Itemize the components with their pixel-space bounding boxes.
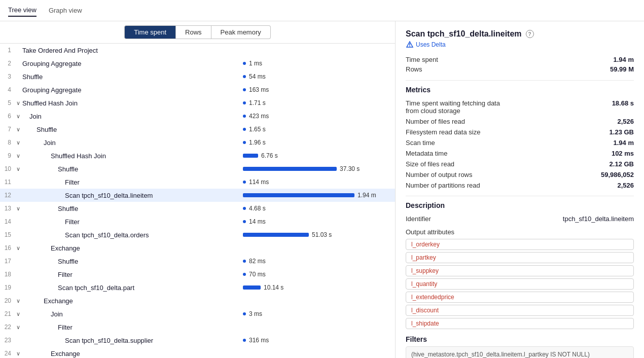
expand-icon[interactable]: ∨	[14, 350, 22, 357]
bar-dot	[243, 62, 246, 65]
row-label: Filter	[22, 218, 243, 226]
metrics-row: Filesystem read data size1.23 GB	[406, 127, 634, 137]
description-title: Description	[406, 201, 634, 209]
row-label: Shuffled Hash Join	[22, 99, 243, 107]
metrics-row: Metadata time102 ms	[406, 148, 634, 159]
row-label: Scan tpch_sf10_delta.lineitem	[22, 192, 243, 199]
row-label-text: Shuffle	[58, 258, 78, 265]
expand-icon[interactable]: ∨	[14, 205, 22, 212]
btn-peak-memory[interactable]: Peak memory	[211, 25, 271, 39]
row-label: Shuffle	[22, 73, 243, 81]
bar-value: 6.76 s	[261, 152, 278, 159]
tree-row[interactable]: 23Scan tpch_sf10_delta.supplier316 ms	[0, 334, 395, 347]
row-number: 2	[0, 60, 14, 67]
bar-dot	[243, 88, 246, 91]
row-label: Shuffle	[22, 205, 243, 212]
btn-rows[interactable]: Rows	[175, 25, 211, 39]
bar-dot	[243, 220, 246, 223]
bar-value: 54 ms	[249, 73, 266, 80]
tree-row[interactable]: 7∨Shuffle1.65 s	[0, 123, 395, 136]
tree-row[interactable]: 16∨Exchange	[0, 241, 395, 255]
bar-value: 163 ms	[249, 86, 269, 93]
tree-row[interactable]: 6∨Join423 ms	[0, 110, 395, 123]
row-number: 3	[0, 73, 14, 80]
row-label-text: Take Ordered And Project	[22, 47, 98, 54]
bar-area: 82 ms	[243, 258, 395, 265]
tree-row[interactable]: 5∨Shuffled Hash Join1.71 s	[0, 96, 395, 110]
tree-row[interactable]: 11Filter114 ms	[0, 175, 395, 189]
row-label-text: Grouping Aggregate	[22, 86, 81, 94]
bar-fill	[243, 233, 309, 237]
tree-row[interactable]: 21∨Join3 ms	[0, 307, 395, 320]
bar-area: 114 ms	[243, 178, 395, 186]
tree-row[interactable]: 8∨Join1.96 s	[0, 136, 395, 149]
bar-value: 14 ms	[249, 218, 266, 225]
bar-area: 1.65 s	[243, 126, 395, 133]
row-label: Join	[22, 310, 243, 318]
row-number: 5	[0, 99, 14, 106]
bar-area: 14 ms	[243, 218, 395, 225]
row-label-text: Exchange	[51, 244, 80, 252]
expand-icon[interactable]: ∨	[14, 324, 22, 331]
row-number: 1	[0, 47, 14, 54]
row-label-text: Filter	[65, 178, 80, 186]
row-label: Scan tpch_sf10_delta.supplier	[22, 337, 243, 344]
bar-area: 6.76 s	[243, 152, 395, 159]
btn-time-spent[interactable]: Time spent	[124, 25, 175, 39]
expand-icon[interactable]: ∨	[14, 126, 22, 133]
tree-row[interactable]: 4Grouping Aggregate163 ms	[0, 83, 395, 96]
bar-value: 82 ms	[249, 258, 266, 265]
tree-row[interactable]: 24∨Exchange	[0, 347, 395, 358]
tree-row[interactable]: 14Filter14 ms	[0, 215, 395, 228]
filters-title: Filters	[406, 335, 634, 343]
metrics-key: Scan time	[406, 139, 435, 147]
bar-dot	[243, 181, 246, 184]
toolbar: Time spent Rows Peak memory	[0, 21, 395, 44]
bar-area: 163 ms	[243, 86, 395, 93]
tab-graph-view[interactable]: Graph view	[49, 5, 82, 16]
metrics-row: Number of output rows59,986,052	[406, 169, 634, 180]
tree-row[interactable]: 15Scan tpch_sf10_delta.orders51.03 s	[0, 228, 395, 241]
row-label-text: Exchange	[44, 297, 73, 305]
expand-icon[interactable]: ∨	[14, 139, 22, 146]
divider-1	[406, 80, 634, 81]
metrics-key: Time spent waiting fetching data from cl…	[406, 99, 507, 115]
row-label: Grouping Aggregate	[22, 86, 243, 94]
tree-row[interactable]: 1Take Ordered And Project	[0, 44, 395, 57]
row-label: Filter	[22, 324, 243, 331]
row-label: Scan tpch_sf10_delta.orders	[22, 231, 243, 239]
bar-fill	[243, 167, 337, 171]
row-number: 7	[0, 126, 14, 133]
metrics-value: 1.94 m	[614, 139, 634, 147]
expand-icon[interactable]: ∨	[14, 166, 22, 172]
info-icon[interactable]: ?	[526, 30, 534, 38]
attribute-badge: l_discount	[406, 305, 634, 316]
tree-row[interactable]: 19Scan tpch_sf10_delta.part10.14 s	[0, 281, 395, 294]
tree-row[interactable]: 2Grouping Aggregate1 ms	[0, 57, 395, 70]
metrics-row: Scan time1.94 m	[406, 137, 634, 148]
expand-icon[interactable]: ∨	[14, 298, 22, 304]
expand-icon[interactable]: ∨	[14, 113, 22, 120]
tree-row[interactable]: 13∨Shuffle4.68 s	[0, 202, 395, 215]
tree-row[interactable]: 3Shuffle54 ms	[0, 70, 395, 83]
metrics-container: Time spent waiting fetching data from cl…	[406, 98, 634, 191]
tree-row[interactable]: 12Scan tpch_sf10_delta.lineitem1.94 m	[0, 189, 395, 202]
tree-row[interactable]: 9∨Shuffled Hash Join6.76 s	[0, 149, 395, 162]
row-number: 6	[0, 113, 14, 120]
expand-icon[interactable]: ∨	[14, 153, 22, 159]
row-number: 10	[0, 165, 14, 172]
expand-icon[interactable]: ∨	[14, 311, 22, 317]
attribute-badge: l_quantity	[406, 278, 634, 290]
tree-row[interactable]: 18Filter70 ms	[0, 268, 395, 281]
expand-icon[interactable]: ∨	[14, 245, 22, 252]
expand-icon[interactable]: ∨	[14, 100, 22, 106]
tree-row[interactable]: 22∨Filter	[0, 320, 395, 334]
tree-row[interactable]: 17Shuffle82 ms	[0, 255, 395, 268]
bar-area: 423 ms	[243, 113, 395, 120]
row-label: Scan tpch_sf10_delta.part	[22, 284, 243, 292]
bar-value: 114 ms	[249, 178, 269, 186]
tab-tree-view[interactable]: Tree view	[8, 4, 37, 17]
tree-row[interactable]: 10∨Shuffle37.30 s	[0, 162, 395, 175]
metrics-value: 59,986,052	[601, 171, 634, 178]
tree-row[interactable]: 20∨Exchange	[0, 294, 395, 307]
